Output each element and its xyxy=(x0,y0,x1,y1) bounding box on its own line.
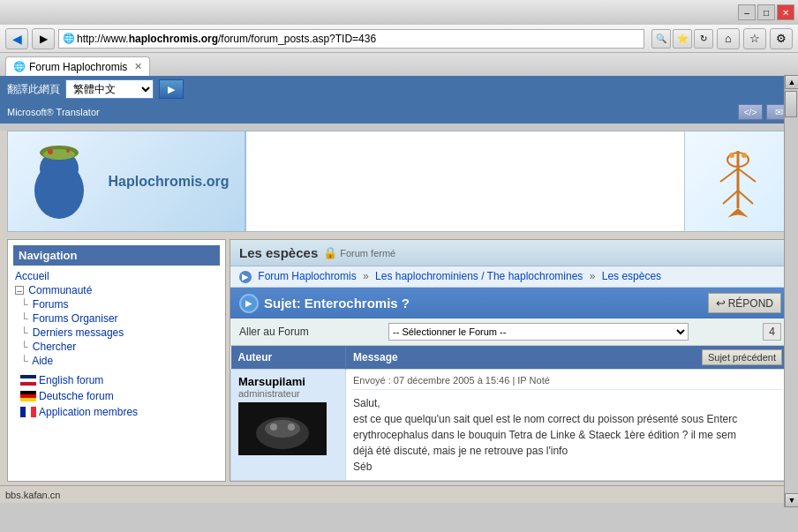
author-cell: Marsupilami administrateur xyxy=(231,370,346,481)
sidebar-item-english-forum[interactable]: English forum xyxy=(13,373,220,387)
svg-point-16 xyxy=(265,420,300,438)
sidebar-item-forums[interactable]: └ Forums xyxy=(13,297,220,311)
breadcrumb-arrow: ▶ xyxy=(239,271,252,283)
forward-button[interactable]: ▶ xyxy=(32,28,55,49)
derniers-messages-link[interactable]: Derniers messages xyxy=(33,326,124,339)
sidebar-section-communaute: – Communauté xyxy=(13,283,220,297)
accueil-link[interactable]: Accueil xyxy=(15,270,49,282)
sidebar-item-forums-organiser[interactable]: └ Forums Organiser xyxy=(13,311,220,326)
sidebar-item-deutsche-forum[interactable]: Deutsche forum xyxy=(13,389,220,403)
forum-title: Les espèces xyxy=(239,245,318,260)
col-author-header: Auteur xyxy=(231,346,346,370)
prev-subject-button[interactable]: Sujet précédent xyxy=(702,349,782,365)
author-avatar xyxy=(238,402,327,455)
browser-window: – □ ✕ ◀ ▶ 🌐 http://www.haplochromis.org/… xyxy=(0,0,798,532)
svg-line-11 xyxy=(738,191,753,204)
translator-go-button[interactable]: ▶ xyxy=(159,79,184,99)
favorites-save-button[interactable]: ⭐ xyxy=(673,29,692,49)
breadcrumb: ▶ Forum Haplochromis » Les haplochromini… xyxy=(230,266,790,288)
table-header-row: Auteur Message Sujet précédent xyxy=(231,346,790,370)
tab-close-button[interactable]: ✕ xyxy=(134,61,142,72)
header-main xyxy=(246,131,684,231)
subject-bar: ▶ Sujet: Enterochromis ? ↩ RÉPOND xyxy=(230,288,790,318)
author-name: Marsupilami xyxy=(238,375,338,388)
reply-button[interactable]: ↩ RÉPOND xyxy=(708,293,781,313)
search-button[interactable]: 🔍 xyxy=(651,29,671,49)
translator-code-button[interactable]: </> xyxy=(738,104,763,120)
scroll-down-button[interactable]: ▼ xyxy=(785,493,798,507)
goto-forum-bar: Aller au Forum -- Sélectionner le Forum … xyxy=(230,318,790,346)
tab-forum-haplochromis[interactable]: 🌐 Forum Haplochromis ✕ xyxy=(5,56,150,76)
translator-language-select[interactable]: 繁體中文 xyxy=(65,79,154,99)
sidebar-item-derniers-messages[interactable]: └ Derniers messages xyxy=(13,326,220,340)
page-content: Haplochromis.org xyxy=(0,131,798,503)
sidebar-item-accueil[interactable]: Accueil xyxy=(13,269,220,283)
sidebar-header: Navigation xyxy=(13,245,220,266)
reply-icon: ↩ xyxy=(716,296,726,310)
forums-organiser-link[interactable]: Forums Organiser xyxy=(33,312,118,325)
forum-outer: Navigation Accueil – Communauté └ Forums… xyxy=(7,239,791,482)
reply-label: RÉPOND xyxy=(728,297,773,310)
svg-line-8 xyxy=(720,169,738,182)
close-button[interactable]: ✕ xyxy=(777,4,794,20)
post-text: Salut, est ce que quelqu'un sait quel es… xyxy=(353,395,782,475)
address-bar[interactable]: 🌐 http://www.haplochromis.org/forum/foru… xyxy=(58,29,644,49)
translator-footer: Microsoft® Translator </> ✉ xyxy=(0,102,798,124)
forum-title-bar: Les espèces 🔒 Forum fermé xyxy=(230,240,790,266)
site-logo: Haplochromis.org xyxy=(8,131,246,231)
collapse-button[interactable]: – xyxy=(15,286,24,295)
scroll-up-button[interactable]: ▲ xyxy=(785,75,798,89)
posts-table: Auteur Message Sujet précédent xyxy=(230,346,790,481)
fr-flag-icon xyxy=(20,407,36,417)
deutsche-forum-link[interactable]: Deutsche forum xyxy=(39,390,114,402)
svg-point-13 xyxy=(742,153,747,158)
title-bar: – □ ✕ xyxy=(0,0,798,25)
message-cell: Envoyé : 07 décembre 2005 à 15:46 | IP N… xyxy=(346,370,790,481)
table-row: Marsupilami administrateur xyxy=(231,370,790,481)
favorites-button[interactable]: ☆ xyxy=(743,28,766,49)
application-membres-link[interactable]: Application membres xyxy=(39,406,138,418)
refresh-button[interactable]: ↻ xyxy=(694,29,713,49)
subject-inner: ▶ Sujet: Enterochromis ? xyxy=(239,294,410,313)
communaute-link[interactable]: Communauté xyxy=(28,284,92,296)
maximize-button[interactable]: □ xyxy=(757,4,775,20)
post-meta: Envoyé : 07 décembre 2005 à 15:46 | IP N… xyxy=(353,375,782,390)
status-bar: bbs.kafan.cn xyxy=(0,485,798,503)
breadcrumb-sep-1: » xyxy=(363,270,369,282)
sidebar-item-chercher[interactable]: └ Chercher xyxy=(13,340,220,354)
chercher-link[interactable]: Chercher xyxy=(33,341,76,353)
english-forum-link[interactable]: English forum xyxy=(39,374,103,386)
home-button[interactable]: ⌂ xyxy=(717,28,740,49)
forum-content: Les espèces 🔒 Forum fermé ▶ Forum Haploc… xyxy=(230,239,791,482)
svg-point-18 xyxy=(288,423,295,431)
forum-closed-badge: 🔒 Forum fermé xyxy=(323,246,395,259)
header-right-logo xyxy=(684,131,790,231)
svg-point-4 xyxy=(48,149,53,154)
aide-link[interactable]: Aide xyxy=(32,355,53,367)
back-button[interactable]: ◀ xyxy=(5,28,28,49)
sidebar: Navigation Accueil – Communauté └ Forums… xyxy=(7,239,226,482)
breadcrumb-cat-link[interactable]: Les haplochrominiens / The haplochromine… xyxy=(375,270,583,282)
closed-label: Forum fermé xyxy=(340,248,395,259)
microsoft-translator-label: Microsoft® Translator xyxy=(7,107,100,117)
sidebar-item-aide[interactable]: └ Aide xyxy=(13,354,220,368)
navigation-bar: ◀ ▶ 🌐 http://www.haplochromis.org/forum/… xyxy=(0,25,798,53)
svg-line-10 xyxy=(723,191,738,204)
tab-bar: 🌐 Forum Haplochromis ✕ xyxy=(0,53,798,76)
goto-label: Aller au Forum xyxy=(239,326,309,338)
breadcrumb-home-link[interactable]: Forum Haplochromis xyxy=(258,270,356,282)
breadcrumb-current-link[interactable]: Les espèces xyxy=(602,270,661,282)
tab-label: Forum Haplochromis xyxy=(29,61,127,73)
minimize-button[interactable]: – xyxy=(738,4,756,20)
scroll-thumb[interactable] xyxy=(785,91,797,117)
play-button[interactable]: ▶ xyxy=(239,294,259,313)
lock-icon: 🔒 xyxy=(323,246,337,259)
forums-link[interactable]: Forums xyxy=(33,298,69,311)
sidebar-item-application-membres[interactable]: Application membres xyxy=(13,405,220,419)
de-flag-icon xyxy=(20,391,36,401)
forum-select[interactable]: -- Sélectionner le Forum -- xyxy=(388,323,689,341)
window-controls: – □ ✕ xyxy=(738,4,794,20)
author-role: administrateur xyxy=(238,388,338,399)
tools-button[interactable]: ⚙ xyxy=(770,28,793,49)
scrollbar[interactable]: ▲ ▼ xyxy=(784,75,798,507)
